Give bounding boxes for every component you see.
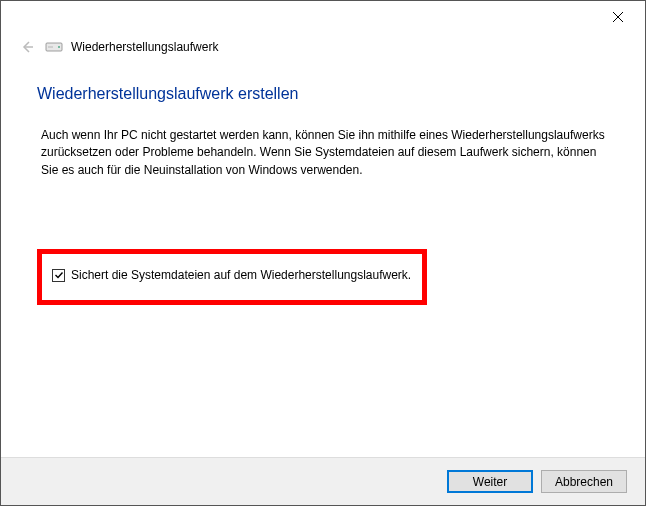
checkmark-icon — [54, 270, 64, 280]
next-button[interactable]: Weiter — [447, 470, 533, 493]
close-icon — [612, 11, 624, 23]
page-title: Wiederherstellungslaufwerk erstellen — [37, 85, 609, 103]
checkbox-highlight-box: Sichert die Systemdateien auf dem Wieder… — [37, 249, 427, 305]
description-text: Auch wenn Ihr PC nicht gestartet werden … — [37, 127, 609, 179]
header-row: Wiederherstellungslaufwerk — [1, 33, 645, 65]
checkbox-label: Sichert die Systemdateien auf dem Wieder… — [71, 268, 411, 282]
close-button[interactable] — [601, 5, 635, 29]
footer: Weiter Abbrechen — [1, 457, 645, 505]
drive-icon — [45, 40, 63, 54]
svg-point-4 — [58, 46, 60, 48]
backup-system-files-checkbox[interactable] — [52, 269, 65, 282]
back-arrow-icon — [19, 39, 35, 55]
content-area: Wiederherstellungslaufwerk erstellen Auc… — [1, 65, 645, 305]
back-button[interactable] — [17, 37, 37, 57]
titlebar — [1, 1, 645, 33]
cancel-button[interactable]: Abbrechen — [541, 470, 627, 493]
checkbox-row: Sichert die Systemdateien auf dem Wieder… — [52, 268, 412, 282]
header-title: Wiederherstellungslaufwerk — [71, 40, 218, 54]
